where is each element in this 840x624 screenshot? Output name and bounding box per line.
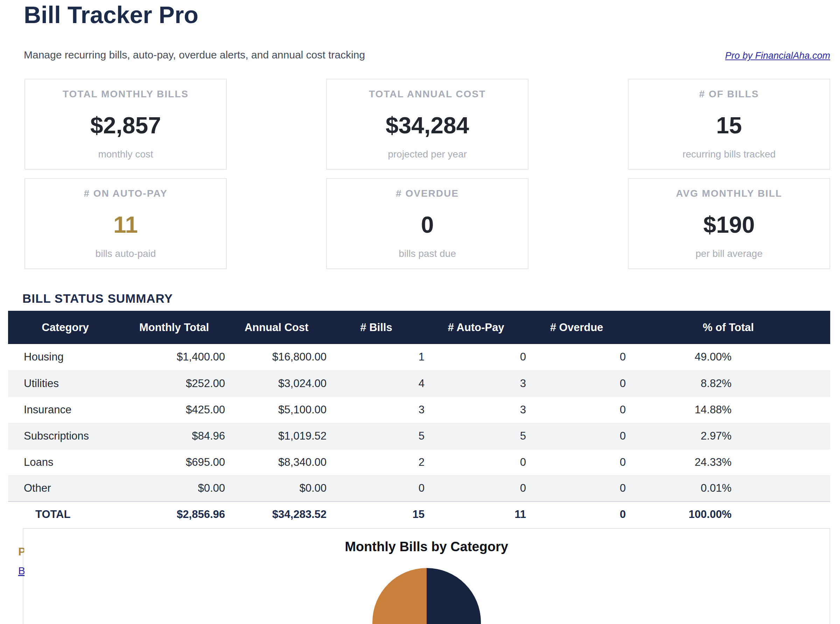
stat-card-sublabel: projected per year (388, 149, 467, 160)
table-cell: 49.00% (627, 344, 830, 370)
column-header-auto-pay: # Auto-Pay (425, 311, 527, 344)
stat-card-label: # OVERDUE (396, 188, 459, 199)
table-cell: 0 (527, 397, 627, 423)
table-cell: 24.33% (627, 449, 830, 475)
table-cell: Subscriptions (8, 423, 122, 449)
table-cell: 0 (527, 423, 627, 449)
stat-card-avg-monthly-bill: AVG MONTHLY BILL $190 per bill average (628, 178, 830, 269)
column-header-category: Category (8, 311, 122, 344)
table-cell: $84.96 (122, 423, 226, 449)
table-cell: 100.00% (627, 502, 830, 527)
table-cell: Housing (8, 344, 122, 370)
table-cell: 0 (527, 475, 627, 502)
bill-status-summary-heading: BILL STATUS SUMMARY (22, 292, 173, 306)
table-row-loans: Loans $695.00 $8,340.00 2 0 0 24.33% (8, 449, 830, 475)
table-cell: 0 (425, 449, 527, 475)
column-header-bills: # Bills (327, 311, 425, 344)
table-cell: 2.97% (627, 423, 830, 449)
stat-card-on-auto-pay: # ON AUTO-PAY 11 bills auto-paid (25, 178, 227, 269)
stat-card-sublabel: monthly cost (98, 149, 153, 160)
table-cell: 2 (327, 449, 425, 475)
chart-title: Monthly Bills by Category (23, 539, 829, 554)
table-cell: TOTAL (8, 502, 122, 527)
table-header-row: Category Monthly Total Annual Cost # Bil… (8, 311, 830, 344)
table-cell: Other (8, 475, 122, 502)
page-title: Bill Tracker Pro (24, 3, 198, 26)
table-cell: 3 (327, 397, 425, 423)
bill-status-table: Category Monthly Total Annual Cost # Bil… (8, 311, 830, 527)
table-cell: 5 (425, 423, 527, 449)
clipped-link-fragment[interactable]: B (18, 565, 25, 578)
table-cell: 0 (327, 475, 425, 502)
table-cell: Insurance (8, 397, 122, 423)
table-cell: 0 (527, 344, 627, 370)
table-cell: $5,100.00 (226, 397, 327, 423)
stat-card-label: # ON AUTO-PAY (83, 188, 167, 199)
stat-card-overdue: # OVERDUE 0 bills past due (326, 178, 528, 269)
clipped-gold-text-fragment: P (18, 546, 24, 558)
stat-card-value: 11 (113, 213, 138, 236)
stat-card-label: AVG MONTHLY BILL (676, 188, 782, 199)
stat-card-value: $34,284 (386, 114, 469, 137)
table-cell: 0 (527, 370, 627, 397)
table-cell: $1,019.52 (226, 423, 327, 449)
table-cell: 11 (425, 502, 527, 527)
table-cell: $1,400.00 (122, 344, 226, 370)
column-header-annual-cost: Annual Cost (226, 311, 327, 344)
stat-card-number-of-bills: # OF BILLS 15 recurring bills tracked (628, 79, 830, 170)
table-cell: 3 (425, 370, 527, 397)
table-cell: $425.00 (122, 397, 226, 423)
table-cell: 14.88% (627, 397, 830, 423)
stat-card-sublabel: bills auto-paid (96, 248, 156, 259)
stat-card-label: # OF BILLS (699, 88, 759, 100)
table-cell: $2,856.96 (122, 502, 226, 527)
column-header-pct-of-total: % of Total (627, 311, 830, 344)
column-header-monthly-total: Monthly Total (122, 311, 226, 344)
pie-chart (372, 568, 481, 624)
stat-card-sublabel: recurring bills tracked (682, 149, 775, 160)
table-row-insurance: Insurance $425.00 $5,100.00 3 3 0 14.88% (8, 397, 830, 423)
table-cell: Loans (8, 449, 122, 475)
table-cell: Utilities (8, 370, 122, 397)
table-cell: 3 (425, 397, 527, 423)
table-cell: 0 (425, 344, 527, 370)
table-row-other: Other $0.00 $0.00 0 0 0 0.01% (8, 475, 830, 502)
table-cell: 0 (527, 502, 627, 527)
stat-card-label: TOTAL MONTHLY BILLS (63, 88, 188, 100)
table-cell: $252.00 (122, 370, 226, 397)
table-cell: $695.00 (122, 449, 226, 475)
table-row-utilities: Utilities $252.00 $3,024.00 4 3 0 8.82% (8, 370, 830, 397)
table-cell: $0.00 (122, 475, 226, 502)
chart-card: Monthly Bills by Category (23, 528, 830, 624)
table-row-subscriptions: Subscriptions $84.96 $1,019.52 5 5 0 2.9… (8, 423, 830, 449)
table-cell: $8,340.00 (226, 449, 327, 475)
table-cell: 4 (327, 370, 425, 397)
stat-cards: TOTAL MONTHLY BILLS $2,857 monthly cost … (25, 79, 830, 269)
table-cell: 0 (425, 475, 527, 502)
page-subtitle: Manage recurring bills, auto-pay, overdu… (24, 49, 365, 61)
stat-card-value: 0 (421, 213, 434, 236)
table-cell: 1 (327, 344, 425, 370)
stat-card-value: $2,857 (90, 114, 161, 137)
table-cell: $34,283.52 (226, 502, 327, 527)
table-row-housing: Housing $1,400.00 $16,800.00 1 0 0 49.00… (8, 344, 830, 370)
pro-by-financialaha-link[interactable]: Pro by FinancialAha.com (725, 50, 830, 61)
table-cell: 0.01% (627, 475, 830, 502)
table-cell: 0 (527, 449, 627, 475)
table-cell: 8.82% (627, 370, 830, 397)
table-cell: $3,024.00 (226, 370, 327, 397)
stat-card-sublabel: per bill average (695, 248, 762, 259)
stat-card-value: 15 (716, 114, 742, 137)
table-cell: $0.00 (226, 475, 327, 502)
stat-card-total-monthly-bills: TOTAL MONTHLY BILLS $2,857 monthly cost (25, 79, 227, 170)
table-cell: 5 (327, 423, 425, 449)
column-header-overdue: # Overdue (527, 311, 627, 344)
stat-card-label: TOTAL ANNUAL COST (369, 88, 486, 100)
table-total-row: TOTAL $2,856.96 $34,283.52 15 11 0 100.0… (8, 502, 830, 527)
table-cell: 15 (327, 502, 425, 527)
stat-card-total-annual-cost: TOTAL ANNUAL COST $34,284 projected per … (326, 79, 528, 170)
stat-card-sublabel: bills past due (398, 248, 456, 259)
table-cell: $16,800.00 (226, 344, 327, 370)
bill-tracker-dashboard: Bill Tracker Pro Manage recurring bills,… (0, 0, 840, 624)
stat-card-value: $190 (704, 213, 755, 236)
